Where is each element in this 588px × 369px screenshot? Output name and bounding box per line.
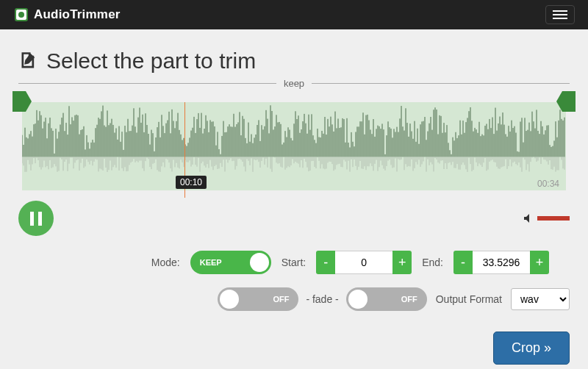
trim-handle-right[interactable] — [556, 91, 576, 112]
brand-name: AudioTrimmer — [34, 7, 121, 22]
end-decrement-button[interactable]: - — [453, 251, 473, 274]
end-input[interactable] — [473, 251, 530, 274]
main-content: Select the part to trim keep 00:10 00:34 — [0, 29, 588, 369]
menu-toggle-button[interactable] — [545, 5, 575, 24]
svg-point-2 — [18, 12, 24, 18]
play-pause-button[interactable] — [18, 201, 54, 236]
trim-handle-left[interactable] — [12, 91, 32, 112]
selection-label: keep — [284, 78, 304, 89]
crop-button[interactable]: Crop » — [493, 332, 570, 365]
toggle-knob — [348, 290, 368, 309]
toggle-knob — [220, 290, 239, 309]
start-stepper: - + — [316, 251, 412, 274]
start-increment-button[interactable]: + — [392, 251, 412, 274]
pause-icon — [38, 212, 42, 226]
output-format-select[interactable]: wav — [511, 288, 570, 310]
fade-group: OFF - fade - OFF — [218, 287, 426, 311]
trim-controls: Mode: KEEP Start: - + End: - + — [18, 251, 570, 274]
edit-icon — [18, 51, 39, 71]
total-duration: 00:34 — [537, 179, 559, 189]
page-title: Select the part to trim — [46, 49, 256, 74]
waveform-region[interactable]: 00:10 00:34 — [18, 95, 570, 190]
brand[interactable]: AudioTrimmer — [13, 7, 121, 23]
end-stepper: - + — [453, 251, 549, 274]
playback-row — [18, 201, 570, 236]
logo-icon — [13, 7, 29, 23]
toggle-knob — [250, 253, 269, 272]
page-heading: Select the part to trim — [18, 49, 570, 74]
mode-label: Mode: — [151, 257, 180, 268]
navbar: AudioTrimmer — [0, 0, 588, 29]
fade-out-toggle[interactable]: OFF — [346, 287, 427, 311]
volume-icon — [523, 212, 534, 224]
end-label: End: — [422, 257, 443, 268]
volume-control[interactable] — [523, 212, 570, 224]
waveform-canvas — [22, 102, 566, 190]
fade-in-toggle[interactable]: OFF — [218, 287, 298, 311]
start-input[interactable] — [335, 251, 392, 274]
end-increment-button[interactable]: + — [530, 251, 549, 274]
fade-separator: - fade - — [306, 293, 338, 305]
pause-icon — [30, 212, 34, 226]
playhead-time: 00:10 — [176, 176, 207, 189]
secondary-controls: OFF - fade - OFF Output Format wav — [18, 287, 570, 311]
mode-toggle[interactable]: KEEP — [190, 251, 271, 274]
selection-label-rule: keep — [18, 78, 570, 89]
start-decrement-button[interactable]: - — [316, 251, 335, 274]
volume-slider[interactable] — [537, 216, 570, 221]
waveform-selection — [22, 102, 566, 190]
output-format-label: Output Format — [436, 293, 502, 305]
start-label: Start: — [282, 257, 306, 268]
action-row: Crop » — [18, 332, 570, 365]
